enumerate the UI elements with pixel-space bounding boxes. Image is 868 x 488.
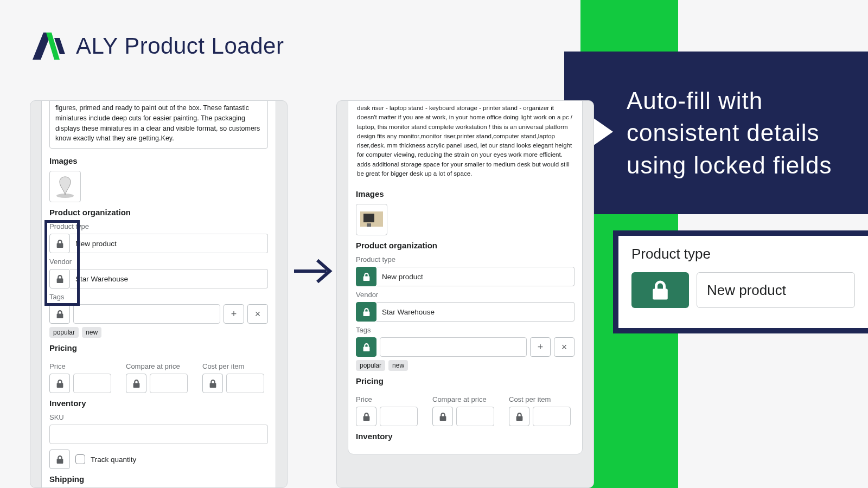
tags-input[interactable] [73, 304, 220, 324]
tag-chip-popular[interactable]: popular [356, 360, 385, 371]
sku-label: SKU [49, 413, 268, 421]
track-quantity-checkbox[interactable] [75, 454, 85, 464]
price-label: Price [49, 362, 115, 370]
inset-product-type-input[interactable]: New product [697, 272, 855, 308]
tags-input[interactable] [380, 337, 527, 357]
lock-button-compare[interactable] [432, 407, 453, 426]
product-type-label: Product type [356, 255, 575, 264]
compare-label: Compare at price [126, 362, 192, 370]
cost-input[interactable] [533, 407, 571, 426]
brand-logo [33, 30, 65, 62]
lock-icon [209, 380, 216, 388]
lock-button-cost[interactable] [202, 374, 223, 393]
product-type-label: Product type [49, 222, 268, 230]
tag-chip-popular[interactable]: popular [49, 327, 79, 338]
product-type-input[interactable] [376, 267, 575, 286]
cost-label: Cost per item [509, 395, 575, 403]
price-label: Price [356, 395, 422, 403]
header: ALY Product Loader [33, 30, 284, 62]
lock-button-vendor[interactable] [356, 302, 376, 322]
lock-icon [56, 380, 63, 388]
lock-button-cost[interactable] [509, 407, 529, 426]
cost-label: Cost per item [202, 362, 268, 370]
callout-text: Auto-fill with consistent details using … [627, 85, 846, 181]
locked-field-zoom: Product type New product [613, 230, 868, 333]
inset-product-type-label: Product type [631, 246, 855, 262]
add-tag-button[interactable]: + [530, 337, 551, 357]
shipping-heading: Shipping [49, 474, 268, 484]
lock-button-tags[interactable] [49, 304, 70, 324]
lock-icon [516, 413, 523, 421]
lock-icon [363, 413, 370, 421]
lock-button-tags[interactable] [356, 337, 376, 357]
svg-rect-7 [363, 214, 374, 222]
vendor-input[interactable] [70, 269, 268, 288]
cost-input[interactable] [226, 374, 264, 393]
tag-chip-new[interactable]: new [82, 327, 101, 338]
svg-rect-8 [367, 223, 371, 227]
lock-button-track[interactable] [49, 450, 70, 469]
product-form-after: desk riser - laptop stand - keyboard sto… [336, 100, 594, 488]
lock-button-product-type[interactable] [356, 267, 376, 286]
compare-input[interactable] [150, 374, 188, 393]
lock-icon [56, 275, 63, 283]
product-organization-heading: Product organization [49, 208, 268, 217]
clear-tag-button[interactable]: × [554, 337, 575, 357]
compare-input[interactable] [456, 407, 494, 426]
vendor-label: Vendor [49, 258, 268, 266]
arrow-right-icon [293, 255, 334, 290]
description-textarea[interactable]: desk riser - laptop stand - keyboard sto… [356, 104, 575, 184]
lock-button-compare[interactable] [126, 374, 146, 393]
lock-icon [56, 455, 63, 464]
lock-button-large[interactable] [631, 272, 689, 308]
lock-icon [439, 413, 446, 421]
lock-button-price[interactable] [49, 374, 70, 393]
tag-chip-new[interactable]: new [388, 360, 408, 371]
sku-input[interactable] [49, 425, 268, 444]
product-image-thumbnail[interactable] [49, 171, 81, 202]
lock-button-product-type[interactable] [49, 234, 70, 253]
price-input[interactable] [73, 374, 111, 393]
vendor-input[interactable] [376, 302, 575, 322]
inventory-heading: Inventory [49, 399, 268, 408]
images-heading: Images [49, 156, 268, 165]
lock-icon [133, 380, 140, 388]
lock-icon [652, 280, 668, 300]
tags-label: Tags [49, 293, 268, 301]
lock-icon [363, 308, 370, 316]
price-input[interactable] [380, 407, 418, 426]
images-heading: Images [356, 189, 575, 198]
lock-icon [56, 240, 63, 248]
tags-label: Tags [356, 326, 575, 334]
pricing-heading: Pricing [49, 343, 268, 352]
feature-callout: Auto-fill with consistent details using … [564, 52, 868, 214]
lock-icon [363, 343, 370, 351]
track-quantity-label: Track quantity [91, 455, 136, 464]
product-form-before: figures, primed and ready to paint out o… [30, 100, 288, 488]
lock-icon [363, 273, 370, 281]
lock-icon [56, 310, 63, 318]
vendor-label: Vendor [356, 291, 575, 299]
inventory-heading: Inventory [356, 432, 575, 441]
pricing-heading: Pricing [356, 376, 575, 386]
product-type-input[interactable] [70, 234, 268, 253]
product-image-thumbnail[interactable] [356, 204, 387, 235]
brand-title: ALY Product Loader [76, 33, 284, 59]
lock-button-price[interactable] [356, 407, 376, 426]
product-organization-heading: Product organization [356, 241, 575, 250]
description-textarea[interactable]: figures, primed and ready to paint out o… [49, 100, 268, 149]
add-tag-button[interactable]: + [224, 304, 244, 324]
clear-tag-button[interactable]: × [247, 304, 268, 324]
lock-button-vendor[interactable] [49, 269, 70, 288]
compare-label: Compare at price [432, 395, 498, 403]
